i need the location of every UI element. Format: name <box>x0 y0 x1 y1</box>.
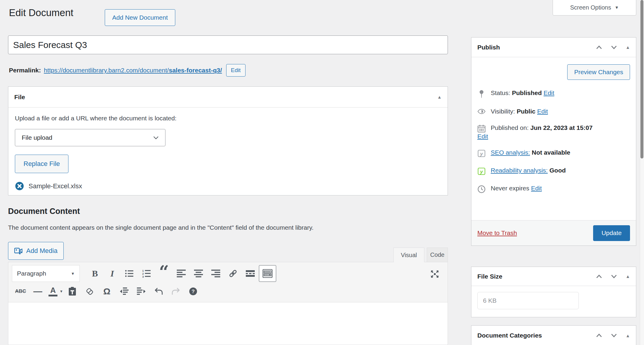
special-character-button[interactable]: Ω <box>98 283 115 300</box>
toolbar-toggle-button[interactable] <box>259 265 276 282</box>
scrollbar-thumb[interactable] <box>640 0 643 158</box>
horizontal-rule-button[interactable]: — <box>29 283 46 300</box>
document-title-input[interactable] <box>8 35 448 54</box>
paragraph-format-select[interactable]: Paragraph ▼ <box>12 265 80 282</box>
undo-button[interactable] <box>150 283 167 300</box>
publish-title: Publish <box>477 44 500 51</box>
permalink-label: Permalink: <box>9 67 41 74</box>
seo-analysis-row: y SEO analysis: Not available <box>477 149 630 158</box>
move-down-icon[interactable] <box>611 274 617 279</box>
chevron-down-icon: ▼ <box>615 5 619 10</box>
vertical-scrollbar[interactable] <box>640 0 644 345</box>
svg-text:1: 1 <box>142 269 144 272</box>
svg-text:?: ? <box>192 289 195 294</box>
file-size-metabox: File Size ▲ <box>471 267 636 317</box>
blockquote-button[interactable]: “ <box>155 265 173 282</box>
screen-options-label: Screen Options <box>570 4 611 11</box>
move-to-trash-link[interactable]: Move to Trash <box>477 229 517 237</box>
insert-link-button[interactable] <box>224 265 242 282</box>
help-button[interactable]: ? <box>185 283 202 300</box>
editor-content-area[interactable] <box>8 302 448 345</box>
update-button[interactable]: Update <box>593 225 630 241</box>
move-down-icon[interactable] <box>611 333 617 338</box>
document-categories-metabox: Document Categories ▲ <box>471 325 636 345</box>
yoast-seo-icon: y <box>477 149 486 158</box>
move-up-icon[interactable] <box>596 274 602 279</box>
document-categories-header: Document Categories ▲ <box>471 326 636 345</box>
file-metabox-title: File <box>14 94 25 101</box>
read-more-button[interactable] <box>242 265 259 282</box>
italic-button[interactable]: I <box>104 265 121 282</box>
outdent-button[interactable] <box>115 283 133 300</box>
fullscreen-button[interactable] <box>426 266 443 282</box>
publish-metabox-header: Publish ▲ <box>471 38 636 57</box>
numbered-list-button[interactable]: 123 <box>138 265 155 282</box>
svg-text:y: y <box>480 169 483 175</box>
align-right-button[interactable] <box>207 265 224 282</box>
svg-text:2: 2 <box>142 272 144 275</box>
collapse-toggle-icon[interactable]: ▲ <box>437 94 442 100</box>
visibility-edit-link[interactable]: Edit <box>537 108 548 115</box>
attached-file-name: Sample-Excel.xlsx <box>29 182 82 190</box>
file-source-select[interactable]: File upload <box>15 129 165 146</box>
page-title: Edit Document <box>9 7 73 18</box>
publish-footer: Move to Trash Update <box>471 220 636 245</box>
strikethrough-button[interactable]: ABC <box>12 283 29 300</box>
permalink-edit-button[interactable]: Edit <box>226 64 246 77</box>
file-size-input[interactable] <box>477 292 579 309</box>
eye-icon <box>477 108 486 115</box>
expires-edit-link[interactable]: Edit <box>531 185 542 192</box>
file-size-header: File Size ▲ <box>471 267 636 286</box>
collapse-toggle-icon[interactable]: ▲ <box>626 333 630 338</box>
paragraph-format-value: Paragraph <box>17 270 46 277</box>
file-metabox: File ▲ Upload a file or add a URL where … <box>8 86 448 195</box>
screen-options-button[interactable]: Screen Options ▼ <box>553 0 636 15</box>
media-icon <box>14 247 23 254</box>
pin-icon <box>477 90 486 99</box>
add-media-label: Add Media <box>26 247 57 255</box>
clear-formatting-button[interactable] <box>81 283 98 300</box>
published-on-row: Published on: Jun 22, 2023 at 15:07 <box>477 124 630 133</box>
content-editor: Paragraph ▼ B I 123 “ <box>8 262 448 345</box>
svg-text:3: 3 <box>142 275 144 278</box>
preview-changes-button[interactable]: Preview Changes <box>567 64 630 80</box>
text-color-button[interactable]: A ▼ <box>46 283 64 300</box>
document-categories-title: Document Categories <box>477 332 542 339</box>
tab-code[interactable]: Code <box>427 248 448 262</box>
align-center-button[interactable] <box>190 265 207 282</box>
calendar-icon <box>477 125 486 133</box>
move-up-icon[interactable] <box>596 45 602 49</box>
add-media-button[interactable]: Add Media <box>8 242 64 260</box>
status-edit-link[interactable]: Edit <box>543 89 554 96</box>
publish-metabox: Publish ▲ Preview Changes Status: Publis… <box>471 37 636 246</box>
readability-analysis-row: y Readability analysis: Good <box>477 167 630 175</box>
file-size-title: File Size <box>477 273 502 280</box>
editor-toolbar: Paragraph ▼ B I 123 “ <box>8 262 448 302</box>
expires-row: Never expires Edit <box>477 185 630 193</box>
collapse-toggle-icon[interactable]: ▲ <box>626 274 630 279</box>
svg-text:y: y <box>480 151 483 157</box>
permalink-link[interactable]: https://documentlibrary.barn2.com/docume… <box>44 67 222 74</box>
bold-button[interactable]: B <box>86 265 104 282</box>
readability-analysis-link[interactable]: Readability analysis: <box>491 167 548 174</box>
indent-button[interactable] <box>133 283 150 300</box>
align-left-button[interactable] <box>173 265 190 282</box>
collapse-toggle-icon[interactable]: ▲ <box>626 45 630 50</box>
paste-as-text-button[interactable] <box>64 283 81 300</box>
file-metabox-header: File ▲ <box>8 87 448 108</box>
document-content-title: Document Content <box>8 207 80 216</box>
tab-visual[interactable]: Visual <box>393 248 424 262</box>
yoast-readability-icon: y <box>477 167 486 175</box>
status-row: Status: Published Edit <box>477 89 630 99</box>
add-new-document-button[interactable]: Add New Document <box>105 9 175 26</box>
file-source-selected-value: File upload <box>22 134 52 141</box>
move-up-icon[interactable] <box>596 333 602 338</box>
file-upload-description: Upload a file or add a URL where the doc… <box>15 115 441 122</box>
published-on-edit-link[interactable]: Edit <box>477 133 488 140</box>
replace-file-button[interactable]: Replace File <box>15 155 68 173</box>
seo-analysis-link[interactable]: SEO analysis: <box>491 149 530 156</box>
move-down-icon[interactable] <box>611 45 617 49</box>
redo-button[interactable] <box>167 283 185 300</box>
remove-file-icon[interactable] <box>15 181 24 191</box>
bulleted-list-button[interactable] <box>121 265 138 282</box>
